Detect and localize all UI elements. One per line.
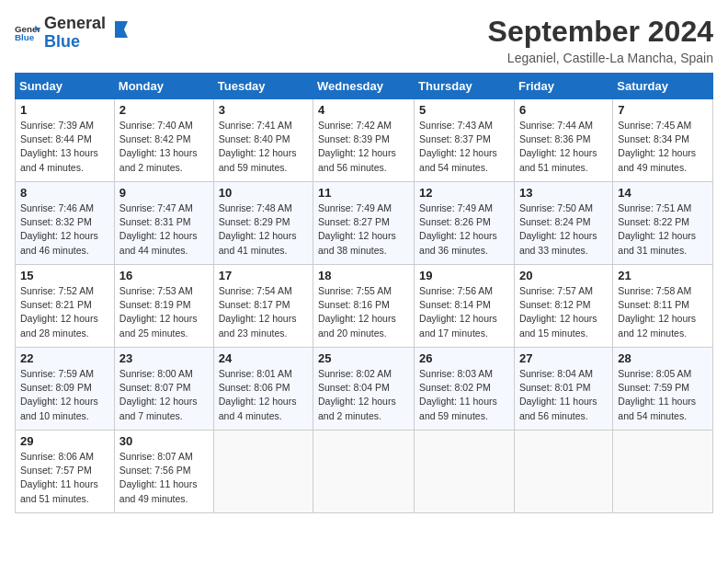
calendar-header-row: SundayMondayTuesdayWednesdayThursdayFrid… — [16, 74, 713, 99]
week-row-1: 1Sunrise: 7:39 AM Sunset: 8:44 PM Daylig… — [16, 99, 713, 182]
calendar-cell — [613, 431, 713, 513]
day-number: 19 — [419, 269, 509, 282]
day-info: Sunrise: 7:53 AM Sunset: 8:19 PM Dayligh… — [119, 284, 209, 340]
calendar-cell — [514, 431, 612, 513]
day-number: 10 — [219, 186, 308, 200]
day-info: Sunrise: 7:48 AM Sunset: 8:29 PM Dayligh… — [219, 201, 308, 258]
svg-marker-3 — [115, 21, 128, 38]
calendar-cell: 29Sunrise: 8:06 AM Sunset: 7:57 PM Dayli… — [16, 431, 115, 513]
title-block: September 2024 Leganiel, Castille-La Man… — [488, 15, 713, 65]
calendar-cell: 14Sunrise: 7:51 AM Sunset: 8:22 PM Dayli… — [613, 182, 713, 265]
calendar-cell — [213, 431, 313, 513]
day-info: Sunrise: 8:01 AM Sunset: 8:06 PM Dayligh… — [219, 367, 308, 423]
day-info: Sunrise: 7:49 AM Sunset: 8:26 PM Dayligh… — [419, 201, 509, 258]
week-row-3: 15Sunrise: 7:52 AM Sunset: 8:21 PM Dayli… — [16, 265, 713, 348]
logo-flag-icon — [111, 19, 131, 40]
day-number: 4 — [318, 103, 409, 117]
day-info: Sunrise: 7:56 AM Sunset: 8:14 PM Dayligh… — [419, 284, 509, 340]
calendar-cell: 19Sunrise: 7:56 AM Sunset: 8:14 PM Dayli… — [415, 265, 515, 348]
logo-general: General — [44, 15, 106, 33]
day-number: 26 — [419, 351, 509, 365]
day-info: Sunrise: 8:07 AM Sunset: 7:56 PM Dayligh… — [119, 450, 209, 506]
location-subtitle: Leganiel, Castille-La Mancha, Spain — [488, 51, 713, 65]
day-number: 2 — [119, 103, 209, 117]
calendar-cell: 24Sunrise: 8:01 AM Sunset: 8:06 PM Dayli… — [213, 348, 313, 431]
day-info: Sunrise: 7:46 AM Sunset: 8:32 PM Dayligh… — [20, 201, 109, 258]
day-info: Sunrise: 8:00 AM Sunset: 8:07 PM Dayligh… — [119, 367, 209, 423]
day-number: 23 — [119, 351, 209, 365]
day-info: Sunrise: 7:50 AM Sunset: 8:24 PM Dayligh… — [519, 201, 608, 258]
calendar-cell: 6Sunrise: 7:44 AM Sunset: 8:36 PM Daylig… — [514, 99, 612, 182]
col-header-saturday: Saturday — [613, 74, 713, 99]
day-number: 18 — [318, 269, 409, 282]
col-header-tuesday: Tuesday — [213, 74, 313, 99]
col-header-thursday: Thursday — [415, 74, 515, 99]
day-info: Sunrise: 8:04 AM Sunset: 8:01 PM Dayligh… — [519, 367, 608, 423]
day-info: Sunrise: 7:41 AM Sunset: 8:40 PM Dayligh… — [219, 119, 308, 175]
calendar-cell: 20Sunrise: 7:57 AM Sunset: 8:12 PM Dayli… — [514, 265, 612, 348]
col-header-sunday: Sunday — [16, 74, 115, 99]
day-info: Sunrise: 7:42 AM Sunset: 8:39 PM Dayligh… — [318, 119, 409, 175]
calendar-cell: 27Sunrise: 8:04 AM Sunset: 8:01 PM Dayli… — [514, 348, 612, 431]
calendar-cell: 5Sunrise: 7:43 AM Sunset: 8:37 PM Daylig… — [415, 99, 515, 182]
day-number: 14 — [618, 186, 708, 200]
calendar-cell: 26Sunrise: 8:03 AM Sunset: 8:02 PM Dayli… — [415, 348, 515, 431]
calendar-cell: 11Sunrise: 7:49 AM Sunset: 8:27 PM Dayli… — [313, 182, 415, 265]
calendar-cell — [313, 431, 415, 513]
day-number: 9 — [119, 186, 209, 200]
day-number: 21 — [618, 269, 708, 282]
calendar-cell: 17Sunrise: 7:54 AM Sunset: 8:17 PM Dayli… — [213, 265, 313, 348]
day-info: Sunrise: 8:06 AM Sunset: 7:57 PM Dayligh… — [20, 450, 109, 506]
calendar-cell: 7Sunrise: 7:45 AM Sunset: 8:34 PM Daylig… — [613, 99, 713, 182]
calendar-cell: 25Sunrise: 8:02 AM Sunset: 8:04 PM Dayli… — [313, 348, 415, 431]
day-info: Sunrise: 7:59 AM Sunset: 8:09 PM Dayligh… — [20, 367, 109, 423]
logo-icon: General Blue — [15, 20, 40, 46]
calendar-table: SundayMondayTuesdayWednesdayThursdayFrid… — [15, 73, 713, 513]
day-number: 16 — [119, 269, 209, 282]
day-info: Sunrise: 7:57 AM Sunset: 8:12 PM Dayligh… — [519, 284, 608, 340]
calendar-cell: 4Sunrise: 7:42 AM Sunset: 8:39 PM Daylig… — [313, 99, 415, 182]
day-number: 13 — [519, 186, 608, 200]
day-info: Sunrise: 7:40 AM Sunset: 8:42 PM Dayligh… — [119, 119, 209, 175]
day-info: Sunrise: 7:51 AM Sunset: 8:22 PM Dayligh… — [618, 201, 708, 258]
day-number: 7 — [618, 103, 708, 117]
day-number: 11 — [318, 186, 409, 200]
logo-blue: Blue — [44, 33, 106, 52]
month-title: September 2024 — [488, 15, 713, 49]
day-info: Sunrise: 7:58 AM Sunset: 8:11 PM Dayligh… — [618, 284, 708, 340]
calendar-cell: 22Sunrise: 7:59 AM Sunset: 8:09 PM Dayli… — [16, 348, 115, 431]
day-info: Sunrise: 8:05 AM Sunset: 7:59 PM Dayligh… — [618, 367, 708, 423]
logo: General Blue General Blue — [15, 15, 131, 52]
day-number: 22 — [20, 351, 109, 365]
day-number: 17 — [219, 269, 308, 282]
col-header-wednesday: Wednesday — [313, 74, 415, 99]
day-info: Sunrise: 7:43 AM Sunset: 8:37 PM Dayligh… — [419, 119, 509, 175]
col-header-monday: Monday — [114, 74, 213, 99]
calendar-cell: 15Sunrise: 7:52 AM Sunset: 8:21 PM Dayli… — [16, 265, 115, 348]
day-info: Sunrise: 7:54 AM Sunset: 8:17 PM Dayligh… — [219, 284, 308, 340]
day-info: Sunrise: 7:52 AM Sunset: 8:21 PM Dayligh… — [20, 284, 109, 340]
calendar-cell: 16Sunrise: 7:53 AM Sunset: 8:19 PM Dayli… — [114, 265, 213, 348]
day-number: 28 — [618, 351, 708, 365]
day-number: 20 — [519, 269, 608, 282]
day-number: 3 — [219, 103, 308, 117]
day-number: 27 — [519, 351, 608, 365]
day-info: Sunrise: 8:03 AM Sunset: 8:02 PM Dayligh… — [419, 367, 509, 423]
day-info: Sunrise: 7:55 AM Sunset: 8:16 PM Dayligh… — [318, 284, 409, 340]
calendar-cell: 21Sunrise: 7:58 AM Sunset: 8:11 PM Dayli… — [613, 265, 713, 348]
calendar-cell: 13Sunrise: 7:50 AM Sunset: 8:24 PM Dayli… — [514, 182, 612, 265]
calendar-cell: 2Sunrise: 7:40 AM Sunset: 8:42 PM Daylig… — [114, 99, 213, 182]
day-number: 30 — [119, 434, 209, 448]
day-info: Sunrise: 7:44 AM Sunset: 8:36 PM Dayligh… — [519, 119, 608, 175]
day-number: 6 — [519, 103, 608, 117]
calendar-cell: 28Sunrise: 8:05 AM Sunset: 7:59 PM Dayli… — [613, 348, 713, 431]
day-info: Sunrise: 7:47 AM Sunset: 8:31 PM Dayligh… — [119, 201, 209, 258]
calendar-cell: 12Sunrise: 7:49 AM Sunset: 8:26 PM Dayli… — [415, 182, 515, 265]
calendar-cell: 1Sunrise: 7:39 AM Sunset: 8:44 PM Daylig… — [16, 99, 115, 182]
day-info: Sunrise: 7:39 AM Sunset: 8:44 PM Dayligh… — [20, 119, 109, 175]
day-info: Sunrise: 8:02 AM Sunset: 8:04 PM Dayligh… — [318, 367, 409, 423]
calendar-cell: 10Sunrise: 7:48 AM Sunset: 8:29 PM Dayli… — [213, 182, 313, 265]
day-number: 1 — [20, 103, 109, 117]
calendar-cell: 9Sunrise: 7:47 AM Sunset: 8:31 PM Daylig… — [114, 182, 213, 265]
day-number: 29 — [20, 434, 109, 448]
